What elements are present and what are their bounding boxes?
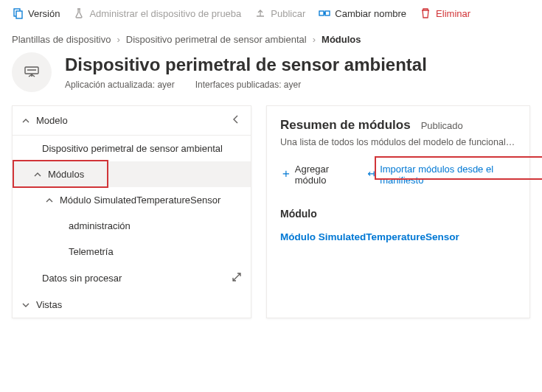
tree-item-label: Telemetría bbox=[69, 246, 114, 257]
chevron-down-icon bbox=[21, 301, 30, 309]
rename-label: Cambiar nombre bbox=[335, 8, 406, 19]
tree-item-admin[interactable]: administración bbox=[13, 213, 251, 239]
manage-test-device-button: Administrar el dispositivo de prueba bbox=[73, 7, 241, 19]
tree-item-label: Vistas bbox=[36, 299, 62, 310]
collapse-panel-icon[interactable] bbox=[230, 113, 242, 127]
svg-rect-1 bbox=[16, 11, 22, 18]
trash-icon bbox=[420, 7, 431, 19]
breadcrumb-device[interactable]: Dispositivo perimetral de sensor ambient… bbox=[126, 34, 307, 45]
upload-icon bbox=[254, 7, 266, 19]
summary-description: Una lista de todos los módulos del model… bbox=[280, 137, 516, 147]
chevron-up-icon bbox=[21, 116, 30, 125]
breadcrumb: Plantillas de dispositivo › Dispositivo … bbox=[0, 28, 542, 48]
chevron-up-icon bbox=[45, 196, 54, 205]
tree-item-views[interactable]: Vistas bbox=[13, 292, 251, 318]
device-avatar bbox=[12, 52, 52, 92]
tree-item-device[interactable]: Dispositivo perimetral de sensor ambient… bbox=[13, 136, 251, 161]
breadcrumb-modules: Módulos bbox=[322, 34, 361, 45]
chevron-right-icon: › bbox=[117, 34, 119, 45]
flask-icon bbox=[73, 7, 85, 19]
page-header: Dispositivo perimetral de sensor ambient… bbox=[0, 48, 542, 105]
breadcrumb-root[interactable]: Plantillas de dispositivo bbox=[12, 34, 111, 45]
rename-button[interactable]: Cambiar nombre bbox=[319, 7, 406, 19]
add-module-label: Agregar módulo bbox=[295, 164, 352, 186]
tree-item-label: administración bbox=[69, 220, 131, 231]
modules-summary-panel: Resumen de módulos Publicado Una lista d… bbox=[266, 105, 530, 318]
publish-button: Publicar bbox=[254, 7, 305, 19]
import-modules-label: Importar módulos desde el manifiesto bbox=[380, 164, 515, 186]
add-module-button[interactable]: Agregar módulo bbox=[280, 161, 353, 189]
manage-test-device-label: Administrar el dispositivo de prueba bbox=[89, 8, 241, 19]
tree-item-telemetry[interactable]: Telemetría bbox=[13, 239, 251, 265]
tree-item-label: Módulo SimulatedTemperatureSensor bbox=[60, 195, 220, 206]
gateway-icon bbox=[21, 61, 43, 83]
publish-label: Publicar bbox=[271, 8, 305, 19]
module-section-title: Módulo bbox=[280, 208, 516, 220]
tree-item-module-sim[interactable]: Módulo SimulatedTemperatureSensor bbox=[13, 187, 251, 213]
delete-label: Eliminar bbox=[436, 8, 470, 19]
summary-status: Publicado bbox=[421, 120, 463, 131]
svg-rect-2 bbox=[319, 11, 324, 15]
toolbar: Versión Administrar el dispositivo de pr… bbox=[0, 0, 542, 28]
version-button[interactable]: Versión bbox=[12, 7, 60, 19]
tree-item-label: Dispositivo perimetral de sensor ambient… bbox=[42, 143, 223, 154]
model-tree-panel: Modelo Dispositivo perimetral de sensor … bbox=[12, 105, 251, 318]
rename-icon bbox=[319, 7, 330, 19]
app-updated-label: Aplicación actualizada: ayer bbox=[65, 80, 175, 90]
chevron-right-icon: › bbox=[313, 34, 316, 45]
import-icon bbox=[366, 169, 375, 180]
copy-icon bbox=[12, 7, 24, 19]
module-link[interactable]: Módulo SimulatedTemperatureSensor bbox=[280, 231, 516, 242]
summary-title: Resumen de módulos bbox=[280, 118, 411, 133]
delete-button[interactable]: Eliminar bbox=[420, 7, 470, 19]
tree-root-model[interactable]: Modelo bbox=[13, 106, 251, 136]
tree-item-modules[interactable]: Módulos bbox=[13, 161, 251, 187]
svg-rect-3 bbox=[325, 11, 330, 15]
tree-root-label: Modelo bbox=[36, 115, 68, 126]
tree-item-raw-data[interactable]: Datos sin procesar bbox=[13, 265, 251, 292]
expand-icon[interactable] bbox=[232, 272, 242, 284]
plus-icon bbox=[282, 169, 291, 180]
page-title: Dispositivo perimetral de sensor ambient… bbox=[65, 55, 427, 75]
tree-item-label: Módulos bbox=[48, 169, 84, 180]
chevron-up-icon bbox=[33, 170, 42, 179]
import-modules-button[interactable]: Importar módulos desde el manifiesto bbox=[365, 161, 516, 189]
version-label: Versión bbox=[28, 8, 60, 19]
tree-item-label: Datos sin procesar bbox=[42, 273, 122, 284]
interfaces-published-label: Interfaces publicadas: ayer bbox=[195, 80, 301, 90]
